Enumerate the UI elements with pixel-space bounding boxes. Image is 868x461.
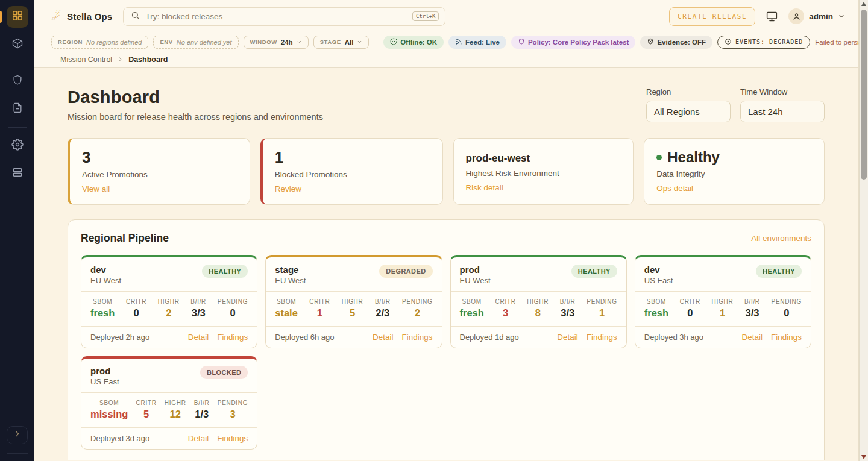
monitor-icon[interactable]	[766, 10, 778, 23]
detail-link[interactable]: Detail	[557, 333, 578, 342]
breadcrumb: Mission Control Dashboard	[34, 51, 858, 68]
sbom-value: fresh	[460, 307, 484, 319]
stat-label: Data Integrity	[656, 169, 812, 178]
scrollbar-thumb[interactable]	[861, 10, 867, 180]
view-all-link[interactable]: View all	[82, 184, 110, 193]
user-menu[interactable]: admin	[788, 8, 845, 24]
detail-link[interactable]: Detail	[373, 333, 394, 342]
region-select[interactable]: All Regions	[646, 101, 731, 122]
search-input[interactable]	[145, 12, 406, 21]
chevron-down-icon	[838, 13, 845, 20]
pipeline-card-header: prod US East BLOCKED	[81, 359, 257, 392]
critr-value: 5	[136, 409, 157, 420]
detail-link[interactable]: Detail	[188, 434, 209, 443]
panel-title: Regional Pipeline	[81, 232, 169, 245]
create-release-button[interactable]: CREATE RELEASE	[669, 7, 755, 26]
package-icon	[11, 37, 24, 52]
sidebar-item-documents[interactable]	[7, 98, 28, 120]
policy-status-chip[interactable]: Policy: Core Policy Pack latest	[511, 36, 635, 49]
deployed-time: Deployed 6h ago	[275, 333, 334, 342]
offline-status-chip[interactable]: Offline: OK	[383, 36, 444, 49]
stat-label: B/I/R	[190, 298, 206, 305]
all-environments-link[interactable]: All environments	[751, 234, 811, 243]
sidebar-item-dashboard[interactable]	[7, 6, 28, 28]
brand: ☄ Stella Ops	[51, 11, 112, 22]
bir-value: 3/3	[744, 307, 760, 319]
stat-label: HIGHR	[165, 400, 186, 406]
highr-value: 5	[342, 307, 363, 319]
pipeline-card-prod-us-east: prod US East BLOCKED SBOMmissing CRITR5 …	[81, 356, 257, 450]
bir-value: 2/3	[375, 307, 391, 319]
evidence-status-label: Evidence: OFF	[657, 39, 706, 46]
ops-detail-link[interactable]: Ops detail	[656, 184, 693, 193]
app-root: ☄ Stella Ops Ctrl+K CREATE RELEASE admin	[0, 0, 868, 461]
events-status-chip[interactable]: EVENTS: DEGRADED	[717, 36, 810, 49]
env-name: dev	[644, 265, 673, 275]
stat-label: B/I/R	[194, 400, 210, 406]
findings-link[interactable]: Findings	[771, 333, 802, 342]
pending-value: 2	[402, 307, 432, 319]
stat-label: B/I/R	[744, 298, 760, 305]
stat-value: Healthy	[656, 149, 812, 166]
sidebar-item-settings[interactable]	[7, 135, 28, 157]
sidebar-collapse-button[interactable]	[7, 426, 28, 444]
pending-value: 1	[587, 307, 617, 319]
feed-status-chip[interactable]: Feed: Live	[448, 36, 506, 49]
stat-value: 1	[275, 149, 430, 166]
findings-link[interactable]: Findings	[587, 333, 617, 342]
deployed-time: Deployed 3h ago	[644, 333, 703, 342]
sidebar-item-infrastructure[interactable]	[7, 163, 28, 184]
main-content: Dashboard Mission board for release heal…	[34, 68, 858, 460]
shield-icon	[518, 38, 525, 46]
env-chip-label: ENV	[160, 39, 172, 45]
findings-link[interactable]: Findings	[401, 333, 432, 342]
highr-value: 1	[712, 307, 734, 319]
detail-link[interactable]: Detail	[188, 333, 209, 342]
brand-name: Stella Ops	[67, 11, 112, 22]
status-badge: DEGRADED	[379, 265, 432, 278]
env-filter-chip[interactable]: ENV No env defined yet	[153, 36, 238, 49]
bir-value: 1/3	[194, 409, 210, 420]
pipeline-card-dev-eu-west: dev EU West HEALTHY SBOMfresh CRITR0 HIG…	[81, 255, 257, 348]
stat-label: CRITR	[495, 298, 516, 305]
grid-icon	[11, 10, 24, 24]
evidence-status-chip[interactable]: Evidence: OFF	[640, 36, 712, 49]
pipeline-card-dev-us-east: dev US East HEALTHY SBOMfresh CRITR0 HIG…	[635, 255, 811, 348]
detail-link[interactable]: Detail	[741, 333, 763, 342]
bir-value: 3/3	[190, 307, 206, 319]
time-window-select[interactable]: Last 24h	[740, 101, 825, 122]
env-name: prod	[90, 366, 119, 376]
region-name: US East	[644, 276, 673, 285]
findings-link[interactable]: Findings	[217, 434, 248, 443]
gear-icon	[11, 139, 24, 153]
stat-label: CRITR	[680, 298, 700, 305]
pipeline-grid: dev EU West HEALTHY SBOMfresh CRITR0 HIG…	[81, 255, 811, 450]
breadcrumb-parent[interactable]: Mission Control	[60, 55, 112, 64]
breadcrumb-current: Dashboard	[128, 55, 168, 64]
comet-logo-icon: ☄	[51, 11, 61, 22]
sidebar-item-security[interactable]	[7, 71, 28, 92]
findings-link[interactable]: Findings	[217, 333, 248, 342]
window-filter-chip[interactable]: WINDOW 24h	[244, 36, 309, 49]
stage-filter-chip[interactable]: STAGE All	[313, 36, 370, 49]
pipeline-card-stats: SBOMfresh CRITR0 HIGHR2 B/I/R3/3 PENDING…	[81, 291, 257, 327]
topbar-actions: CREATE RELEASE admin	[669, 7, 845, 26]
region-select-label: Region	[646, 87, 731, 96]
pipeline-card-footer: Deployed 2h ago DetailFindings	[81, 327, 257, 348]
env-name: dev	[90, 265, 121, 275]
env-chip-value: No env defined yet	[177, 39, 232, 46]
rss-icon	[455, 38, 462, 46]
pipeline-card-prod-eu-west: prod EU West HEALTHY SBOMfresh CRITR3 HI…	[450, 255, 627, 348]
scroll-up-arrow-icon[interactable]	[861, 2, 866, 6]
global-search[interactable]: Ctrl+K	[123, 7, 445, 26]
scrollbar[interactable]	[859, 0, 868, 461]
check-circle-icon	[390, 38, 397, 46]
review-link[interactable]: Review	[275, 184, 301, 193]
chevron-down-icon	[297, 39, 302, 46]
sidebar-item-releases[interactable]	[7, 34, 28, 55]
panel-header: Regional Pipeline All environments	[81, 232, 811, 245]
risk-detail-link[interactable]: Risk detail	[466, 183, 503, 192]
region-filter-chip[interactable]: REGION No regions defined	[51, 36, 148, 49]
scroll-down-arrow-icon[interactable]	[861, 455, 866, 459]
user-name: admin	[809, 12, 833, 21]
